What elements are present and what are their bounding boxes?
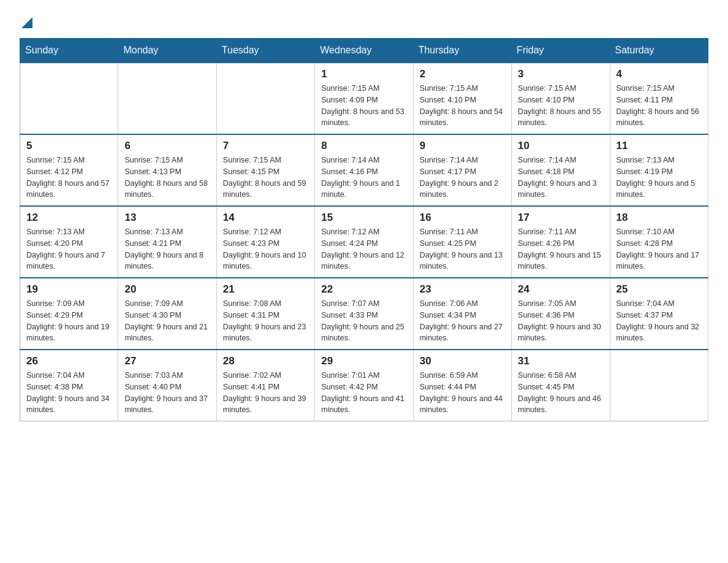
day-sun-info: Sunrise: 7:07 AMSunset: 4:33 PMDaylight:…	[321, 298, 406, 344]
calendar-day-cell: 8Sunrise: 7:14 AMSunset: 4:16 PMDaylight…	[315, 134, 413, 206]
day-sun-info: Sunrise: 7:15 AMSunset: 4:10 PMDaylight:…	[518, 83, 603, 129]
day-sun-info: Sunrise: 7:04 AMSunset: 4:38 PMDaylight:…	[26, 370, 112, 416]
day-number: 11	[616, 140, 702, 152]
day-sun-info: Sunrise: 7:12 AMSunset: 4:24 PMDaylight:…	[321, 226, 406, 272]
day-number: 14	[223, 212, 308, 224]
day-sun-info: Sunrise: 7:15 AMSunset: 4:15 PMDaylight:…	[223, 155, 308, 201]
day-number: 6	[124, 140, 210, 152]
day-sun-info: Sunrise: 7:15 AMSunset: 4:12 PMDaylight:…	[26, 155, 112, 201]
calendar-day-cell: 21Sunrise: 7:08 AMSunset: 4:31 PMDayligh…	[216, 278, 314, 350]
calendar-day-cell: 29Sunrise: 7:01 AMSunset: 4:42 PMDayligh…	[315, 350, 413, 421]
calendar-day-cell	[118, 63, 216, 134]
calendar-day-cell: 24Sunrise: 7:05 AMSunset: 4:36 PMDayligh…	[512, 278, 610, 350]
day-sun-info: Sunrise: 7:15 AMSunset: 4:13 PMDaylight:…	[124, 155, 210, 201]
day-of-week-header: Saturday	[610, 39, 708, 63]
calendar-day-cell: 2Sunrise: 7:15 AMSunset: 4:10 PMDaylight…	[413, 63, 511, 134]
day-number: 23	[420, 283, 505, 296]
day-number: 7	[223, 140, 308, 152]
day-sun-info: Sunrise: 6:58 AMSunset: 4:45 PMDaylight:…	[518, 370, 603, 416]
day-sun-info: Sunrise: 7:14 AMSunset: 4:16 PMDaylight:…	[321, 155, 406, 201]
calendar-day-cell: 4Sunrise: 7:15 AMSunset: 4:11 PMDaylight…	[610, 63, 708, 134]
calendar-week-row: 26Sunrise: 7:04 AMSunset: 4:38 PMDayligh…	[20, 350, 708, 421]
day-number: 19	[26, 283, 112, 296]
calendar-day-cell: 18Sunrise: 7:10 AMSunset: 4:28 PMDayligh…	[610, 206, 708, 278]
day-number: 24	[518, 283, 603, 296]
day-sun-info: Sunrise: 7:02 AMSunset: 4:41 PMDaylight:…	[223, 370, 308, 416]
day-sun-info: Sunrise: 7:08 AMSunset: 4:31 PMDaylight:…	[223, 298, 308, 344]
day-sun-info: Sunrise: 7:01 AMSunset: 4:42 PMDaylight:…	[321, 370, 406, 416]
day-sun-info: Sunrise: 7:13 AMSunset: 4:20 PMDaylight:…	[26, 226, 112, 272]
day-number: 16	[420, 212, 505, 224]
calendar-day-cell: 19Sunrise: 7:09 AMSunset: 4:29 PMDayligh…	[20, 278, 118, 350]
day-number: 2	[420, 68, 505, 80]
calendar-table: SundayMondayTuesdayWednesdayThursdayFrid…	[20, 38, 708, 421]
day-number: 20	[124, 283, 210, 296]
calendar-day-cell	[610, 350, 708, 421]
logo	[20, 15, 32, 26]
calendar-day-cell: 28Sunrise: 7:02 AMSunset: 4:41 PMDayligh…	[216, 350, 314, 421]
day-of-week-header: Sunday	[20, 39, 118, 63]
calendar-week-row: 5Sunrise: 7:15 AMSunset: 4:12 PMDaylight…	[20, 134, 708, 206]
calendar-week-row: 12Sunrise: 7:13 AMSunset: 4:20 PMDayligh…	[20, 206, 708, 278]
day-sun-info: Sunrise: 6:59 AMSunset: 4:44 PMDaylight:…	[420, 370, 505, 416]
day-sun-info: Sunrise: 7:09 AMSunset: 4:29 PMDaylight:…	[26, 298, 112, 344]
day-sun-info: Sunrise: 7:10 AMSunset: 4:28 PMDaylight:…	[616, 226, 702, 272]
day-sun-info: Sunrise: 7:11 AMSunset: 4:26 PMDaylight:…	[518, 226, 603, 272]
calendar-day-cell: 13Sunrise: 7:13 AMSunset: 4:21 PMDayligh…	[118, 206, 216, 278]
day-sun-info: Sunrise: 7:06 AMSunset: 4:34 PMDaylight:…	[420, 298, 505, 344]
calendar-day-cell: 9Sunrise: 7:14 AMSunset: 4:17 PMDaylight…	[413, 134, 511, 206]
calendar-week-row: 1Sunrise: 7:15 AMSunset: 4:09 PMDaylight…	[20, 63, 708, 134]
day-number: 26	[26, 355, 112, 367]
page-header	[20, 15, 708, 26]
calendar-day-cell: 6Sunrise: 7:15 AMSunset: 4:13 PMDaylight…	[118, 134, 216, 206]
calendar-day-cell: 14Sunrise: 7:12 AMSunset: 4:23 PMDayligh…	[216, 206, 314, 278]
day-sun-info: Sunrise: 7:15 AMSunset: 4:09 PMDaylight:…	[321, 83, 406, 129]
calendar-day-cell	[20, 63, 118, 134]
day-of-week-header: Friday	[512, 39, 610, 63]
day-number: 29	[321, 355, 406, 367]
day-number: 17	[518, 212, 603, 224]
day-number: 21	[223, 283, 308, 296]
calendar-day-cell	[216, 63, 314, 134]
calendar-day-cell: 15Sunrise: 7:12 AMSunset: 4:24 PMDayligh…	[315, 206, 413, 278]
day-number: 22	[321, 283, 406, 296]
day-sun-info: Sunrise: 7:14 AMSunset: 4:18 PMDaylight:…	[518, 155, 603, 201]
calendar-day-cell: 16Sunrise: 7:11 AMSunset: 4:25 PMDayligh…	[413, 206, 511, 278]
day-of-week-header: Tuesday	[216, 39, 314, 63]
day-number: 9	[420, 140, 505, 152]
day-number: 13	[124, 212, 210, 224]
day-headers-row: SundayMondayTuesdayWednesdayThursdayFrid…	[20, 39, 708, 63]
day-number: 3	[518, 68, 603, 80]
calendar-day-cell: 20Sunrise: 7:09 AMSunset: 4:30 PMDayligh…	[118, 278, 216, 350]
day-of-week-header: Wednesday	[315, 39, 413, 63]
day-sun-info: Sunrise: 7:03 AMSunset: 4:40 PMDaylight:…	[124, 370, 210, 416]
day-number: 28	[223, 355, 308, 367]
calendar-day-cell: 30Sunrise: 6:59 AMSunset: 4:44 PMDayligh…	[413, 350, 511, 421]
day-sun-info: Sunrise: 7:13 AMSunset: 4:19 PMDaylight:…	[616, 155, 702, 201]
day-number: 18	[616, 212, 702, 224]
logo-chevron-icon	[21, 17, 32, 28]
calendar-day-cell: 23Sunrise: 7:06 AMSunset: 4:34 PMDayligh…	[413, 278, 511, 350]
calendar-day-cell: 25Sunrise: 7:04 AMSunset: 4:37 PMDayligh…	[610, 278, 708, 350]
day-sun-info: Sunrise: 7:15 AMSunset: 4:10 PMDaylight:…	[420, 83, 505, 129]
calendar-day-cell: 27Sunrise: 7:03 AMSunset: 4:40 PMDayligh…	[118, 350, 216, 421]
calendar-day-cell: 3Sunrise: 7:15 AMSunset: 4:10 PMDaylight…	[512, 63, 610, 134]
calendar-day-cell: 17Sunrise: 7:11 AMSunset: 4:26 PMDayligh…	[512, 206, 610, 278]
calendar-day-cell: 12Sunrise: 7:13 AMSunset: 4:20 PMDayligh…	[20, 206, 118, 278]
calendar-body: 1Sunrise: 7:15 AMSunset: 4:09 PMDaylight…	[20, 63, 708, 421]
calendar-day-cell: 11Sunrise: 7:13 AMSunset: 4:19 PMDayligh…	[610, 134, 708, 206]
day-number: 31	[518, 355, 603, 367]
calendar-day-cell: 22Sunrise: 7:07 AMSunset: 4:33 PMDayligh…	[315, 278, 413, 350]
day-sun-info: Sunrise: 7:13 AMSunset: 4:21 PMDaylight:…	[124, 226, 210, 272]
day-sun-info: Sunrise: 7:15 AMSunset: 4:11 PMDaylight:…	[616, 83, 702, 129]
calendar-day-cell: 1Sunrise: 7:15 AMSunset: 4:09 PMDaylight…	[315, 63, 413, 134]
day-number: 30	[420, 355, 505, 367]
day-number: 15	[321, 212, 406, 224]
day-sun-info: Sunrise: 7:04 AMSunset: 4:37 PMDaylight:…	[616, 298, 702, 344]
calendar-day-cell: 5Sunrise: 7:15 AMSunset: 4:12 PMDaylight…	[20, 134, 118, 206]
day-sun-info: Sunrise: 7:05 AMSunset: 4:36 PMDaylight:…	[518, 298, 603, 344]
calendar-day-cell: 26Sunrise: 7:04 AMSunset: 4:38 PMDayligh…	[20, 350, 118, 421]
day-sun-info: Sunrise: 7:11 AMSunset: 4:25 PMDaylight:…	[420, 226, 505, 272]
day-of-week-header: Thursday	[413, 39, 511, 63]
calendar-day-cell: 10Sunrise: 7:14 AMSunset: 4:18 PMDayligh…	[512, 134, 610, 206]
